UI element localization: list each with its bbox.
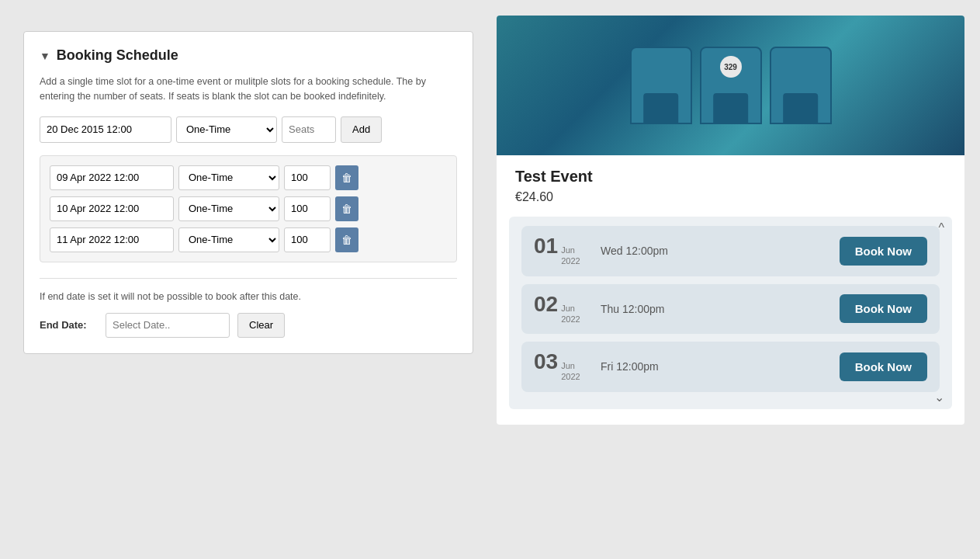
slot-year-2: 2022: [561, 371, 580, 382]
list-item: 03 Jun 2022 Fri 12:00pm Book Now: [521, 342, 940, 392]
seat-right: [770, 47, 832, 124]
section-header: ▼ Booking Schedule: [40, 47, 457, 64]
slot-seats-2[interactable]: [284, 227, 331, 252]
slot-seats-1[interactable]: [284, 196, 331, 221]
slot-day-0: 01: [534, 235, 558, 257]
slot-type-1[interactable]: One-Time Recurring: [178, 196, 279, 221]
collapse-icon[interactable]: ▼: [40, 50, 50, 62]
slot-month-year-0: Jun 2022: [561, 245, 580, 267]
trash-icon: 🗑: [341, 234, 352, 246]
trash-icon: 🗑: [341, 172, 352, 184]
add-row: One-Time Recurring Add: [40, 116, 457, 143]
seat-left: [630, 47, 692, 124]
scroll-down-icon[interactable]: ⌄: [934, 390, 944, 404]
table-row: One-Time Recurring 🗑: [50, 227, 447, 252]
divider: [40, 278, 457, 279]
scroll-up-icon[interactable]: ^: [938, 221, 944, 235]
slot-year-1: 2022: [561, 314, 580, 325]
booking-section: ▼ Booking Schedule Add a single time slo…: [23, 31, 473, 354]
slot-year-0: 2022: [561, 255, 580, 266]
slot-month-year-1: Jun 2022: [561, 303, 580, 325]
list-item: 02 Jun 2022 Thu 12:00pm Book Now: [521, 284, 940, 335]
book-now-button-1[interactable]: Book Now: [840, 294, 927, 323]
slot-month-year-2: Jun 2022: [561, 360, 580, 383]
slot-weekday-time-1: Thu 12:00pm: [601, 303, 827, 315]
delete-slot-2-button[interactable]: 🗑: [335, 227, 358, 252]
slot-month-1: Jun: [561, 303, 580, 314]
seat-number: 329: [720, 56, 742, 78]
slot-day-2: 03: [534, 351, 558, 373]
seats-input[interactable]: [282, 116, 336, 143]
booking-slots-container: ^ 01 Jun 2022 Wed 12:00pm Book Now 02 Ju…: [509, 217, 952, 409]
slot-type-2[interactable]: One-Time Recurring: [178, 227, 279, 252]
left-panel: ▼ Booking Schedule Add a single time slo…: [16, 16, 481, 370]
add-button[interactable]: Add: [341, 116, 382, 143]
slot-seats-0[interactable]: [284, 165, 331, 190]
delete-slot-0-button[interactable]: 🗑: [335, 165, 358, 190]
seat-center: 329: [700, 47, 762, 124]
slot-date-block-2: 03 Jun 2022: [534, 351, 588, 383]
right-panel: 329 Test Event €24.60 ^ 01 Jun 2022 Wed …: [497, 16, 964, 425]
date-input[interactable]: [40, 116, 171, 143]
end-date-note: If end date is set it will not be possib…: [40, 291, 457, 302]
list-item: 01 Jun 2022 Wed 12:00pm Book Now: [521, 226, 940, 276]
slot-day-1: 02: [534, 293, 558, 315]
slot-month-0: Jun: [561, 245, 580, 255]
slot-weekday-time-2: Fri 12:00pm: [601, 360, 827, 373]
slot-date-1[interactable]: [50, 196, 174, 221]
book-now-button-0[interactable]: Book Now: [840, 237, 927, 266]
seat-visual: 329: [497, 16, 964, 155]
end-date-label: End Date:: [40, 319, 98, 331]
section-title: Booking Schedule: [57, 47, 178, 64]
table-row: One-Time Recurring 🗑: [50, 196, 447, 221]
event-price: €24.60: [497, 190, 964, 217]
description-text: Add a single time slot for a one-time ev…: [40, 75, 457, 104]
slot-weekday-time-0: Wed 12:00pm: [601, 245, 827, 257]
slot-type-0[interactable]: One-Time Recurring: [178, 165, 279, 190]
event-title: Test Event: [497, 155, 964, 190]
event-image: 329: [497, 16, 964, 155]
slot-month-2: Jun: [561, 360, 580, 371]
end-date-input[interactable]: [106, 313, 230, 338]
book-now-button-2[interactable]: Book Now: [840, 352, 927, 381]
type-select-add[interactable]: One-Time Recurring: [176, 116, 277, 143]
slot-date-2[interactable]: [50, 227, 174, 252]
slot-date-block-1: 02 Jun 2022: [534, 293, 588, 325]
end-date-row: End Date: Clear: [40, 313, 457, 338]
trash-icon: 🗑: [341, 203, 352, 215]
delete-slot-1-button[interactable]: 🗑: [335, 196, 358, 221]
slots-container: One-Time Recurring 🗑 One-Time Recurring …: [40, 155, 457, 262]
slot-date-0[interactable]: [50, 165, 174, 190]
table-row: One-Time Recurring 🗑: [50, 165, 447, 190]
slot-date-block-0: 01 Jun 2022: [534, 235, 588, 267]
clear-button[interactable]: Clear: [237, 313, 285, 338]
